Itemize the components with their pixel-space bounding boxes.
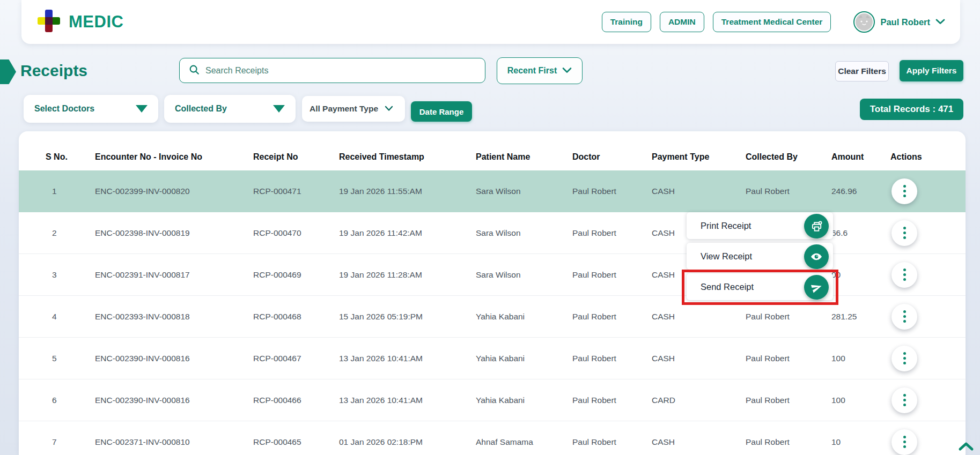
eye-icon[interactable] (804, 244, 829, 269)
row-actions-button[interactable] (891, 178, 917, 204)
search-box (179, 58, 485, 83)
col-header-collected: Collected By (746, 152, 831, 162)
cell-receipt: RCP-000471 (253, 187, 339, 196)
col-header-encounter: Encounter No - Invoice No (95, 152, 253, 162)
cell-sno: 2 (46, 228, 95, 238)
col-header-amount: Amount (831, 152, 890, 162)
receipt-actions-menu: Print Receipt View Receipt Send Receipt (687, 212, 833, 300)
app-header: MEDIC Training ADMIN Treatment Medical C… (21, 0, 960, 44)
menu-item-label: Print Receipt (701, 221, 751, 231)
cell-patient: Sara Wilson (476, 270, 572, 280)
cell-encounter: ENC-002371-INV-000810 (95, 437, 253, 447)
search-icon (188, 64, 200, 78)
cell-encounter: ENC-002399-INV-000820 (95, 187, 253, 196)
cell-sno: 4 (46, 312, 95, 322)
send-icon[interactable] (804, 275, 829, 300)
cell-doctor: Paul Robert (572, 270, 652, 280)
cell-collected: Paul Robert (746, 437, 831, 447)
col-header-timestamp: Received Timestamp (339, 152, 476, 162)
cell-encounter: ENC-002390-INV-000816 (95, 396, 253, 405)
cell-patient: Yahia Kabani (476, 312, 572, 322)
chevron-down-icon (385, 104, 393, 114)
cell-collected: Paul Robert (746, 396, 831, 405)
cell-collected: Paul Robert (746, 312, 831, 322)
cell-receipt: RCP-000467 (253, 354, 339, 363)
cell-timestamp: 13 Jan 2026 10:41:AM (339, 396, 476, 405)
row-actions-button[interactable] (891, 262, 917, 288)
cell-encounter: ENC-002393-INV-000818 (95, 312, 253, 322)
chevron-down-icon (562, 66, 572, 76)
cell-payment: CARD (652, 396, 746, 405)
cell-payment: CASH (652, 312, 746, 322)
table-row[interactable]: 1 ENC-002399-INV-000820 RCP-000471 19 Ja… (19, 170, 966, 212)
cell-doctor: Paul Robert (572, 228, 652, 238)
avatar (853, 11, 875, 33)
menu-item-print-receipt[interactable]: Print Receipt (687, 212, 833, 239)
cell-patient: Yahia Kabani (476, 354, 572, 363)
brand-logo: MEDIC (36, 9, 123, 35)
cell-receipt: RCP-000469 (253, 270, 339, 280)
apply-filters-button[interactable]: Apply Filters (900, 60, 963, 81)
cell-doctor: Paul Robert (572, 437, 652, 447)
sort-dropdown-label: Recent First (507, 66, 557, 76)
cell-encounter: ENC-002398-INV-000819 (95, 228, 253, 238)
payment-type-label: All Payment Type (310, 104, 378, 114)
cell-amount: 66.6 (831, 228, 890, 238)
col-header-sno: S No. (46, 152, 95, 162)
cell-payment: CASH (652, 187, 746, 196)
row-actions-button[interactable] (891, 220, 917, 246)
cell-sno: 6 (46, 396, 95, 405)
page-title: Receipts (20, 62, 87, 80)
select-doctors-dropdown[interactable]: Select Doctors (24, 95, 158, 123)
date-range-button[interactable]: Date Range (411, 101, 472, 122)
select-doctors-label: Select Doctors (34, 104, 94, 114)
collected-by-label: Collected By (175, 104, 227, 114)
page-title-arrow (0, 59, 16, 84)
brand-name: MEDIC (69, 12, 123, 32)
medical-center-button[interactable]: Treatment Medical Center (713, 12, 831, 32)
cell-timestamp: 13 Jan 2026 10:41:AM (339, 354, 476, 363)
cell-amount: 281.25 (831, 312, 890, 322)
col-header-patient: Patient Name (476, 152, 572, 162)
user-menu[interactable]: Paul Robert (853, 11, 945, 33)
cell-timestamp: 19 Jan 2026 11:42:AM (339, 228, 476, 238)
cell-sno: 1 (46, 187, 95, 196)
search-input[interactable] (205, 66, 476, 76)
menu-item-send-receipt[interactable]: Send Receipt (687, 273, 833, 300)
cell-sno: 3 (46, 270, 95, 280)
row-actions-button[interactable] (891, 387, 917, 413)
cell-patient: Sara Wilson (476, 187, 572, 196)
table-row[interactable]: 5 ENC-002390-INV-000816 RCP-000467 13 Ja… (19, 338, 966, 379)
menu-item-view-receipt[interactable]: View Receipt (687, 243, 833, 270)
cell-receipt: RCP-000466 (253, 396, 339, 405)
row-actions-button[interactable] (891, 304, 917, 330)
scroll-to-top-button[interactable] (957, 441, 975, 454)
admin-button[interactable]: ADMIN (660, 12, 704, 32)
cell-timestamp: 19 Jan 2026 11:28:AM (339, 270, 476, 280)
triangle-down-icon (273, 105, 285, 113)
cell-encounter: ENC-002390-INV-000816 (95, 354, 253, 363)
training-button[interactable]: Training (602, 12, 651, 32)
table-header-row: S No. Encounter No - Invoice No Receipt … (19, 131, 966, 170)
cell-amount: 246.96 (831, 187, 890, 196)
row-actions-button[interactable] (891, 346, 917, 371)
cell-receipt: RCP-000468 (253, 312, 339, 322)
cell-amount: 100 (831, 354, 890, 363)
table-row[interactable]: 7 ENC-002371-INV-000810 RCP-000465 01 Ja… (19, 421, 966, 455)
cell-encounter: ENC-002391-INV-000817 (95, 270, 253, 280)
col-header-doctor: Doctor (572, 152, 652, 162)
col-header-payment: Payment Type (652, 152, 746, 162)
cell-doctor: Paul Robert (572, 354, 652, 363)
cell-doctor: Paul Robert (572, 187, 652, 196)
cell-amount: 10 (831, 437, 890, 447)
sort-dropdown[interactable]: Recent First (497, 57, 583, 84)
cell-sno: 7 (46, 437, 95, 447)
collected-by-dropdown[interactable]: Collected By (164, 95, 296, 123)
row-actions-button[interactable] (891, 429, 917, 455)
payment-type-dropdown[interactable]: All Payment Type (302, 96, 405, 122)
table-row[interactable]: 4 ENC-002393-INV-000818 RCP-000468 15 Ja… (19, 296, 966, 338)
table-row[interactable]: 6 ENC-002390-INV-000816 RCP-000466 13 Ja… (19, 379, 966, 421)
clear-filters-button[interactable]: Clear Filters (835, 61, 889, 81)
printer-icon[interactable] (804, 214, 829, 238)
cell-receipt: RCP-000470 (253, 228, 339, 238)
